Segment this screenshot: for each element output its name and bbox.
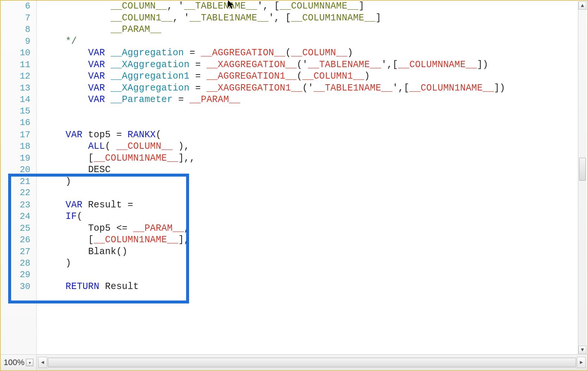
token: VAR [88,59,105,70]
line-number: 28 [1,258,33,268]
code-text[interactable]: [__COLUMN1NAME__],, [33,153,195,164]
scroll-right-arrow-icon[interactable]: ► [577,357,586,368]
code-text[interactable]: __COLUMN1__, '__TABLE1NAME__', [__COLUM1… [33,13,381,23]
code-line[interactable]: 7 __COLUMN1__, '__TABLE1NAME__', [__COLU… [1,13,578,24]
scroll-up-arrow-icon[interactable]: ▲ [578,1,587,10]
code-line[interactable]: 12 VAR __Aggregation1 = __AGGREGATION1__… [1,71,578,83]
token: ) [347,47,353,58]
token: __AGGREGATION__ [201,47,285,58]
zoom-control[interactable]: 100% ▾ [1,355,37,370]
code-line[interactable]: 27 Blank() [1,246,578,258]
token: ( [77,211,82,222]
code-text[interactable]: VAR __XAggregation = __XAGGREGATION1__('… [33,83,505,93]
line-number: 15 [1,106,33,116]
token: __Parameter [110,94,172,105]
code-text[interactable]: IF( [33,211,82,222]
code-text[interactable]: VAR __Aggregation1 = __AGGREGATION1__(__… [33,71,370,82]
scroll-down-arrow-icon[interactable]: ▼ [578,346,587,354]
code-line[interactable]: 29 [1,270,578,282]
code-line[interactable]: 13 VAR __XAggregation = __XAGGREGATION1_… [1,83,578,95]
token: ] [376,13,381,23]
code-text[interactable]: VAR __Aggregation = __AGGREGATION__(__CO… [33,47,353,58]
code-line[interactable]: 8 __PARAM__ [1,24,578,36]
horizontal-scroll-thumb[interactable] [48,358,576,367]
code-text[interactable]: __PARAM__ [33,24,161,35]
token: ) [66,258,71,269]
line-number: 29 [1,270,33,280]
token [105,94,110,105]
code-line[interactable]: 11 VAR __XAggregation = __XAGGREGATION__… [1,59,578,71]
code-text[interactable]: VAR __XAggregation = __XAGGREGATION__('_… [33,59,488,70]
code-line[interactable]: 28 ) [1,258,578,270]
zoom-dropdown-icon[interactable]: ▾ [26,359,33,366]
code-text[interactable]: RETURN Result [33,281,139,292]
token: (' [302,83,313,93]
token: __PARAM__ [189,94,240,105]
code-line[interactable]: 19 [__COLUMN1NAME__],, [1,153,578,165]
code-line[interactable]: 17 VAR top5 = RANKX( [1,129,578,141]
code-line[interactable]: 15 [1,106,578,118]
token: ) [66,176,71,187]
token: RETURN [66,281,99,292]
zoom-level: 100% [4,358,24,367]
code-text[interactable]: ) [33,176,71,187]
code-line[interactable]: 16 [1,118,578,129]
code-line[interactable]: 24 IF( [1,211,578,223]
code-line[interactable]: 21 ) [1,176,578,188]
line-number: 16 [1,118,33,128]
token: ( [105,141,116,152]
code-text[interactable]: ) [33,258,71,269]
code-line[interactable]: 25 Top5 <= __PARAM__, [1,223,578,235]
code-text[interactable]: Blank() [33,246,128,257]
token [105,83,110,93]
code-line[interactable]: 23 VAR Result = [1,200,578,211]
code-line[interactable]: 26 [__COLUMN1NAME__], [1,234,578,246]
code-line[interactable]: 22 [1,188,578,200]
code-editor[interactable]: 6 __COLUMN__, '__TABLENAME__', [__COLUMN… [1,1,578,354]
token: __XAGGREGATION1__ [207,83,302,93]
vertical-scroll-track[interactable] [578,10,587,346]
code-line[interactable]: 10 VAR __Aggregation = __AGGREGATION__(_… [1,47,578,59]
code-line[interactable]: 18 ALL( __COLUMN__ ), [1,141,578,153]
line-number: 23 [1,200,33,210]
code-line[interactable]: 30 RETURN Result [1,281,578,293]
token: ', [ [257,1,280,10]
token: __COLUMN1__ [110,13,172,23]
vertical-scrollbar[interactable]: ▲ ▼ [578,1,587,354]
token: Top5 <= [88,223,133,234]
code-text[interactable]: __COLUMN__, '__TABLENAME__', [__COLUMNNA… [33,1,364,10]
line-number: 17 [1,130,33,140]
token: = [189,83,207,93]
scroll-left-arrow-icon[interactable]: ◄ [38,357,47,368]
token: __TABLENAME__ [184,1,257,10]
token: __PARAM__ [133,223,184,234]
horizontal-scrollbar[interactable]: ◄ ► [37,355,587,370]
token: = [189,59,207,70]
vertical-scroll-thumb[interactable] [579,158,586,181]
code-line[interactable]: 14 VAR __Parameter = __PARAM__ [1,94,578,106]
token [105,59,110,70]
code-text[interactable]: ALL( __COLUMN__ ), [33,141,189,152]
code-line[interactable]: 9 */ [1,36,578,48]
token: RANKX [128,129,156,140]
token: , ' [173,13,190,23]
line-number: 20 [1,165,33,175]
token: DESC [88,164,111,175]
token: __TABLE1NAME__ [189,13,268,23]
code-text[interactable]: [__COLUMN1NAME__], [33,234,189,245]
token: , [184,223,189,234]
token: (' [297,59,308,70]
code-line[interactable]: 6 __COLUMN__, '__TABLENAME__', [__COLUMN… [1,1,578,13]
code-text[interactable]: Top5 <= __PARAM__, [33,223,189,234]
code-line[interactable]: 20 DESC [1,164,578,176]
token: __COLUM1NNAME__ [291,13,376,23]
line-number: 25 [1,223,33,233]
code-text[interactable]: VAR top5 = RANKX( [33,129,161,140]
token: = [189,71,207,82]
code-text[interactable]: */ [33,36,77,47]
token: ) [364,71,370,82]
code-text[interactable]: VAR __Parameter = __PARAM__ [33,94,240,105]
code-text[interactable]: VAR Result = [33,200,133,210]
code-text[interactable]: DESC [33,164,110,175]
code-body[interactable]: 6 __COLUMN__, '__TABLENAME__', [__COLUMN… [1,1,578,293]
